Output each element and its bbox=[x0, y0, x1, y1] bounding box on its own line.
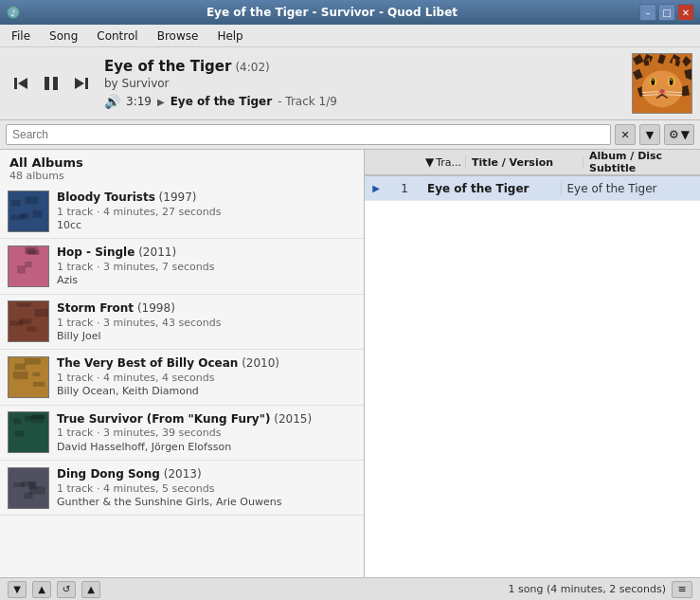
album-name-line: Hop - Single (2011) bbox=[57, 245, 356, 261]
album-details: Storm Front (1998)1 track · 3 minutes, 4… bbox=[57, 300, 356, 343]
album-item[interactable]: The Very Best of Billy Ocean (2010)1 tra… bbox=[0, 350, 364, 405]
window-controls: – □ ✕ bbox=[639, 4, 694, 21]
svg-rect-40 bbox=[33, 382, 45, 387]
album-name-line: Bloody Tourists (1997) bbox=[57, 190, 356, 206]
track-panel: ▼ Tra... Title / Version Album / Disc Su… bbox=[365, 150, 700, 577]
svg-rect-41 bbox=[15, 363, 27, 370]
svg-point-14 bbox=[652, 79, 654, 81]
progress-arrow[interactable]: ▶ bbox=[157, 97, 165, 107]
track-header-title[interactable]: Title / Version bbox=[466, 156, 583, 169]
svg-text:♪: ♪ bbox=[10, 9, 16, 18]
album-item[interactable]: Hop - Single (2011)1 track · 3 minutes, … bbox=[0, 239, 364, 294]
title-bar: ♪ Eye of the Tiger - Survivor - Quod Lib… bbox=[0, 0, 700, 25]
search-settings-button[interactable]: ⚙ ▼ bbox=[664, 124, 694, 145]
svg-rect-31 bbox=[25, 262, 32, 267]
album-thumbnail bbox=[8, 245, 49, 287]
all-albums-title: All Albums bbox=[9, 155, 354, 170]
menu-help[interactable]: Help bbox=[209, 27, 250, 45]
album-tracks: 1 track · 3 minutes, 39 seconds bbox=[57, 427, 356, 440]
album-artist: David Hasselhoff, Jörgen Elofsson bbox=[57, 441, 356, 454]
status-nav-up-button[interactable]: ▲ bbox=[32, 581, 51, 598]
search-clear-button[interactable]: ✕ bbox=[615, 124, 636, 145]
album-list-panel: All Albums 48 albums Bloody Tourists (19… bbox=[0, 150, 365, 577]
album-item[interactable]: True Survivor (From "Kung Fury") (2015)1… bbox=[0, 406, 364, 461]
status-list-button[interactable]: ≡ bbox=[672, 581, 692, 598]
album-name: Ding Dong Song bbox=[57, 467, 160, 481]
svg-rect-47 bbox=[32, 415, 43, 424]
svg-rect-34 bbox=[17, 303, 31, 307]
all-albums-header[interactable]: All Albums 48 albums bbox=[0, 150, 364, 184]
status-up2-button[interactable]: ▲ bbox=[81, 581, 100, 598]
status-text: 1 song (4 minutes, 2 seconds) bbox=[106, 583, 666, 595]
svg-rect-24 bbox=[33, 210, 42, 218]
svg-rect-49 bbox=[13, 419, 22, 425]
svg-rect-2 bbox=[14, 78, 17, 89]
album-name-line: Ding Dong Song (2013) bbox=[57, 466, 356, 482]
svg-marker-7 bbox=[75, 78, 84, 89]
album-year: (1998) bbox=[137, 301, 175, 315]
album-item[interactable]: Bloody Tourists (1997)1 track · 4 minute… bbox=[0, 184, 364, 239]
album-artist: Billy Joel bbox=[57, 330, 356, 343]
volume-icon[interactable]: 🔊 bbox=[104, 94, 120, 109]
album-name: True Survivor (From "Kung Fury") bbox=[57, 412, 270, 426]
menu-control[interactable]: Control bbox=[89, 27, 145, 45]
album-name: Hop - Single bbox=[57, 245, 135, 259]
album-artist: Billy Ocean, Keith Diamond bbox=[57, 385, 356, 398]
maximize-button[interactable]: □ bbox=[658, 4, 675, 21]
track-header-filter[interactable]: ▼ Tra... bbox=[422, 155, 466, 169]
album-artist: Gunther & the Sunshine Girls, Arie Ouwen… bbox=[57, 496, 356, 509]
album-tracks: 1 track · 3 minutes, 43 seconds bbox=[57, 317, 356, 330]
svg-rect-43 bbox=[13, 372, 28, 379]
minimize-button[interactable]: – bbox=[639, 4, 656, 21]
svg-rect-4 bbox=[45, 77, 49, 90]
svg-rect-48 bbox=[15, 431, 24, 437]
svg-rect-25 bbox=[10, 214, 25, 219]
album-name-line: Storm Front (1998) bbox=[57, 300, 356, 317]
menu-song[interactable]: Song bbox=[42, 27, 85, 45]
player-area: Eye of the Tiger (4:02) by Survivor 🔊 3:… bbox=[0, 47, 700, 120]
track-title-cell: Eye of the Tiger bbox=[422, 182, 562, 195]
album-details: The Very Best of Billy Ocean (2010)1 tra… bbox=[57, 355, 356, 398]
track-list-header: ▼ Tra... Title / Version Album / Disc Su… bbox=[365, 150, 700, 176]
transport-controls bbox=[8, 70, 95, 97]
album-name-line: True Survivor (From "Kung Fury") (2015) bbox=[57, 411, 356, 427]
svg-rect-39 bbox=[32, 373, 40, 376]
album-details: Hop - Single (2011)1 track · 3 minutes, … bbox=[57, 245, 356, 287]
svg-rect-42 bbox=[25, 358, 41, 365]
menu-file[interactable]: File bbox=[4, 27, 38, 45]
app-icon: ♪ bbox=[6, 5, 21, 20]
track-album-cell: Eye of the Tiger bbox=[562, 182, 701, 195]
status-repeat-button[interactable]: ↺ bbox=[57, 581, 76, 598]
prev-button[interactable] bbox=[8, 70, 34, 97]
svg-rect-21 bbox=[11, 200, 21, 207]
album-thumbnail bbox=[8, 191, 49, 232]
album-thumbnail bbox=[8, 300, 49, 342]
album-name: Storm Front bbox=[57, 301, 134, 315]
track-header-album[interactable]: Album / Disc Subtitle bbox=[583, 150, 700, 174]
status-bar: ▼ ▲ ↺ ▲ 1 song (4 minutes, 2 seconds) ≡ bbox=[0, 577, 700, 600]
song-title-line: Eye of the Tiger (4:02) bbox=[104, 58, 622, 75]
album-item[interactable]: Ding Dong Song (2013)1 track · 4 minutes… bbox=[0, 461, 364, 516]
search-input[interactable] bbox=[6, 124, 611, 145]
track-number-cell: 1 bbox=[387, 182, 422, 195]
album-thumbnail bbox=[8, 467, 49, 509]
album-name-line: The Very Best of Billy Ocean (2010) bbox=[57, 355, 356, 372]
pause-button[interactable] bbox=[38, 70, 64, 97]
svg-rect-29 bbox=[17, 265, 26, 273]
close-button[interactable]: ✕ bbox=[677, 4, 694, 21]
album-name: Bloody Tourists bbox=[57, 191, 155, 204]
status-nav-down-button[interactable]: ▼ bbox=[8, 581, 27, 598]
album-list: Bloody Tourists (1997)1 track · 4 minute… bbox=[0, 184, 364, 577]
album-details: Ding Dong Song (2013)1 track · 4 minutes… bbox=[57, 466, 356, 509]
search-dropdown-button[interactable]: ▼ bbox=[639, 124, 660, 145]
menu-browse[interactable]: Browse bbox=[150, 27, 206, 45]
track-row[interactable]: ▶ 1 Eye of the Tiger Eye of the Tiger bbox=[365, 176, 700, 201]
svg-rect-30 bbox=[28, 250, 40, 255]
album-artist: Azis bbox=[57, 274, 356, 287]
track-number: - Track 1/9 bbox=[278, 95, 337, 108]
next-button[interactable] bbox=[68, 70, 95, 97]
album-item[interactable]: Storm Front (1998)1 track · 3 minutes, 4… bbox=[0, 295, 364, 350]
album-year: (1997) bbox=[159, 191, 197, 204]
album-thumbnail bbox=[8, 411, 49, 453]
album-year: (2011) bbox=[138, 245, 176, 259]
